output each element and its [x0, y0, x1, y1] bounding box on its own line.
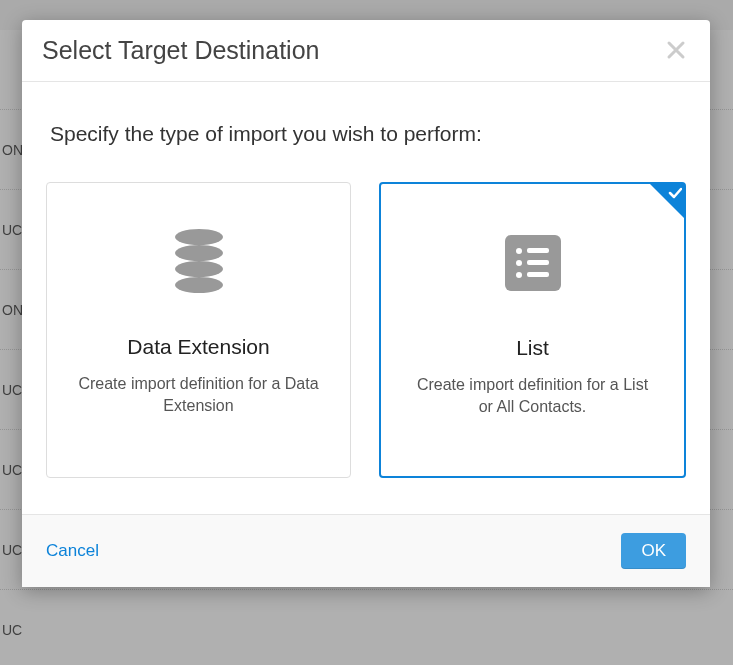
database-icon: [169, 227, 229, 297]
svg-point-2: [175, 261, 223, 277]
list-icon: [503, 228, 563, 298]
svg-point-0: [175, 229, 223, 245]
modal-title: Select Target Destination: [42, 36, 319, 65]
option-list[interactable]: List Create import definition for a List…: [379, 182, 686, 478]
option-desc: Create import definition for a Data Exte…: [67, 373, 330, 418]
ok-button[interactable]: OK: [621, 533, 686, 569]
option-desc: Create import definition for a List or A…: [401, 374, 664, 419]
svg-point-3: [175, 277, 223, 293]
svg-point-9: [516, 272, 522, 278]
modal-header: Select Target Destination: [22, 20, 710, 82]
prompt-text: Specify the type of import you wish to p…: [50, 122, 686, 146]
options-container: Data Extension Create import definition …: [46, 182, 686, 478]
svg-point-7: [516, 260, 522, 266]
modal-footer: Cancel OK: [22, 514, 710, 587]
option-title: List: [516, 336, 549, 360]
cancel-button[interactable]: Cancel: [46, 541, 99, 561]
option-data-extension[interactable]: Data Extension Create import definition …: [46, 182, 351, 478]
checkmark-icon: [668, 186, 682, 203]
modal-body: Specify the type of import you wish to p…: [22, 82, 710, 514]
svg-rect-8: [527, 260, 549, 265]
select-target-modal: Select Target Destination Specify the ty…: [22, 20, 710, 587]
svg-point-1: [175, 245, 223, 261]
svg-rect-6: [527, 248, 549, 253]
svg-point-5: [516, 248, 522, 254]
close-icon[interactable]: [666, 37, 686, 65]
option-title: Data Extension: [127, 335, 269, 359]
svg-rect-10: [527, 272, 549, 277]
